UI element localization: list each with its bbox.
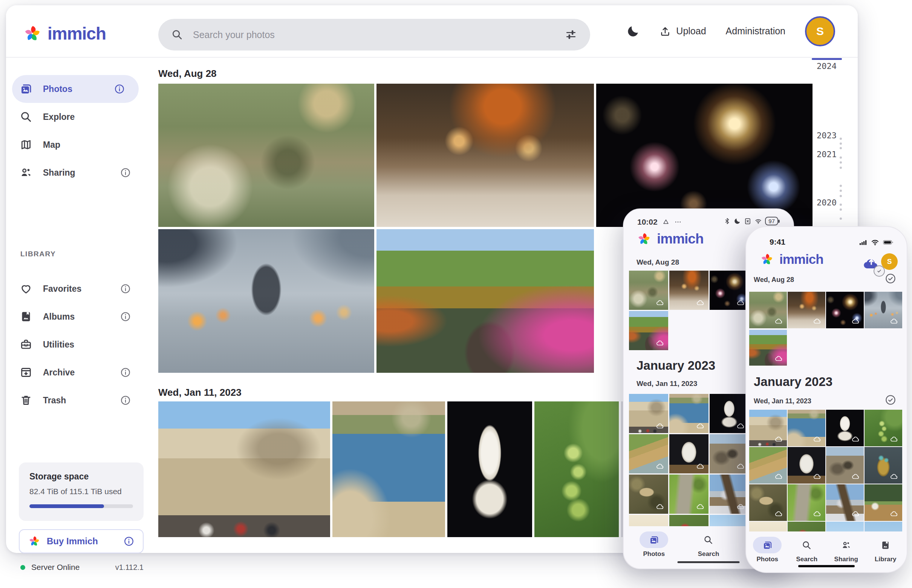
sidebar-item-trash[interactable]: Trash: [6, 386, 145, 414]
photo-church[interactable]: [826, 485, 864, 521]
photo-fortress[interactable]: [749, 410, 787, 446]
photo-dinner[interactable]: [669, 271, 709, 310]
cloud-icon: [775, 435, 783, 444]
sidebar-item-sharing[interactable]: Sharing: [6, 159, 145, 187]
photo-coastal[interactable]: [788, 410, 825, 446]
info-icon[interactable]: [120, 283, 131, 294]
bluetooth-icon: [723, 218, 731, 225]
photo-autumn[interactable]: [629, 311, 668, 350]
photo-lizard1[interactable]: [629, 475, 668, 514]
info-icon[interactable]: [114, 83, 125, 95]
cloud-icon: [813, 435, 822, 444]
album-icon: [880, 540, 891, 550]
sharing-icon: [841, 540, 851, 550]
nav-item-search[interactable]: Search: [793, 531, 821, 563]
photo-church[interactable]: [710, 475, 749, 514]
sidebar-item-photos[interactable]: Photos: [12, 75, 139, 103]
nav-item-library[interactable]: Library: [871, 531, 900, 563]
search-bar[interactable]: [158, 19, 590, 50]
immich-logo-icon: [636, 231, 652, 247]
photo-beige[interactable]: [629, 515, 668, 527]
sidebar-item-favorites[interactable]: Favorites: [6, 275, 145, 303]
search-input[interactable]: [192, 29, 555, 41]
sidebar-item-utilities[interactable]: Utilities: [6, 331, 145, 359]
timeline-year-2023[interactable]: 2023: [803, 131, 837, 140]
photo-lizard2[interactable]: [788, 485, 825, 521]
photo-bust[interactable]: [447, 401, 532, 537]
photo-beach[interactable]: [749, 447, 787, 484]
photo-autumn[interactable]: [376, 229, 594, 373]
photo-coastal[interactable]: [669, 394, 709, 433]
photo-rock[interactable]: [669, 434, 709, 473]
photo-hands[interactable]: [865, 292, 902, 328]
user-avatar[interactable]: S: [805, 16, 835, 46]
home-indicator[interactable]: [678, 561, 740, 563]
timeline-year-2021[interactable]: 2021: [803, 150, 837, 159]
photo-fireworks[interactable]: [596, 84, 812, 227]
upload-icon: [660, 26, 671, 37]
upload-button[interactable]: Upload: [660, 26, 706, 37]
info-icon[interactable]: [120, 311, 131, 322]
photo-farm[interactable]: [865, 485, 902, 521]
info-icon[interactable]: [120, 167, 131, 178]
info-icon[interactable]: [120, 395, 131, 406]
photo-fireworks[interactable]: [826, 292, 864, 328]
check-circle-icon[interactable]: [885, 394, 896, 405]
nav-item-sharing[interactable]: Sharing: [832, 531, 860, 563]
user-avatar[interactable]: S: [881, 253, 897, 270]
photo-bust[interactable]: [710, 394, 749, 433]
cloud-sync-icon[interactable]: [862, 254, 881, 274]
info-icon[interactable]: [120, 367, 131, 378]
check-circle-icon[interactable]: [885, 273, 896, 284]
photo-monkeys[interactable]: [158, 84, 374, 227]
nav-item-photos[interactable]: Photos: [639, 526, 668, 558]
timeline-year-2024[interactable]: 2024: [803, 61, 837, 71]
ios-status-left: 9:41: [770, 237, 785, 247]
home-indicator[interactable]: [798, 565, 855, 567]
sidebar-item-albums[interactable]: Albums: [6, 303, 145, 331]
photo-berries[interactable]: [865, 410, 902, 446]
buy-immich-button[interactable]: Buy Immich: [19, 529, 144, 553]
cloud-icon: [890, 435, 899, 444]
photo-autumn[interactable]: [749, 330, 787, 366]
timeline-year-2020[interactable]: 2020: [803, 198, 837, 207]
wifi-icon: [754, 218, 762, 225]
photo-berries[interactable]: [534, 401, 619, 537]
photo-lizard1[interactable]: [749, 485, 787, 521]
photo-hands[interactable]: [158, 229, 374, 373]
photo-monkeys[interactable]: [749, 292, 787, 328]
sidebar-item-label: Favorites: [43, 284, 81, 294]
moon-icon: [734, 218, 741, 225]
filter-sliders-icon[interactable]: [565, 28, 577, 41]
photo-fortress[interactable]: [158, 401, 330, 537]
photo-lizard2[interactable]: [669, 475, 709, 514]
sidebar-item-archive[interactable]: Archive: [6, 359, 145, 386]
photo-flowers[interactable]: [669, 515, 709, 527]
immich-logo[interactable]: immich: [23, 23, 106, 44]
photo-fireworks[interactable]: [710, 271, 749, 310]
sidebar-item-explore[interactable]: Explore: [6, 103, 145, 131]
nav-item-search[interactable]: Search: [694, 526, 723, 558]
server-online-dot: [20, 565, 25, 570]
photo-dinner[interactable]: [376, 84, 594, 227]
photo-dinner[interactable]: [788, 292, 825, 328]
administration-link[interactable]: Administration: [726, 26, 785, 37]
info-icon[interactable]: [123, 536, 134, 547]
nav-item-photos[interactable]: Photos: [753, 531, 781, 563]
photo-ruins[interactable]: [710, 434, 749, 473]
photo-monkeys[interactable]: [629, 271, 668, 310]
photo-fortress[interactable]: [629, 394, 668, 433]
dark-mode-toggle[interactable]: [626, 24, 640, 38]
photo-bust[interactable]: [826, 410, 864, 446]
photo-rock[interactable]: [788, 447, 825, 484]
photo-ornate[interactable]: [865, 447, 902, 484]
cloud-icon: [696, 422, 705, 430]
phone-thumb-row: [629, 271, 749, 310]
phone-thumb-row: [629, 311, 668, 350]
android-status-left: 10:02: [637, 218, 682, 226]
sidebar-item-map[interactable]: Map: [6, 131, 145, 159]
photo-coastal[interactable]: [333, 401, 445, 537]
photo-ruins[interactable]: [826, 447, 864, 484]
photo-sky[interactable]: [710, 515, 749, 527]
photo-beach[interactable]: [629, 434, 668, 473]
